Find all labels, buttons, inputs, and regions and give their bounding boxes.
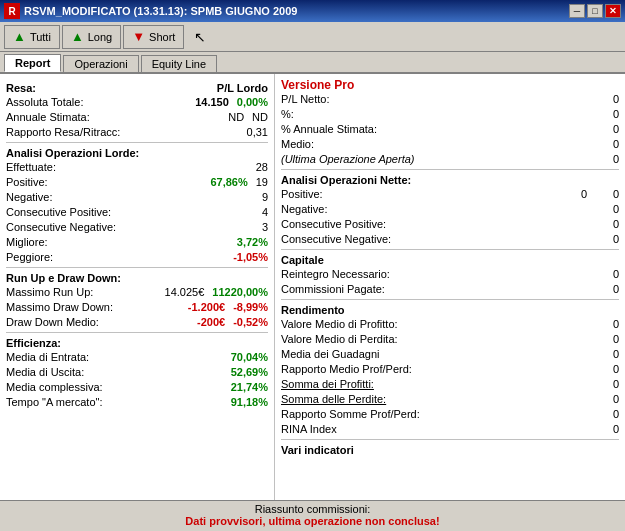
lorde-val-5: 3,72%	[237, 235, 268, 250]
capitale-val-1: 0	[599, 282, 619, 297]
rend-row-1: Valore Medio di Perdita: 0	[281, 332, 619, 347]
minimize-button[interactable]: ─	[569, 4, 585, 18]
eff-row-0: Media di Entrata: 70,04%	[6, 350, 268, 365]
rend-val-3: 0	[599, 362, 619, 377]
tab-report[interactable]: Report	[4, 54, 61, 72]
short-button[interactable]: ▼ Short	[123, 25, 184, 49]
tutti-button[interactable]: ▲ Tutti	[4, 25, 60, 49]
percent-row: %: 0	[281, 107, 619, 122]
rend-label-4: Somma dei Profitti:	[281, 377, 374, 392]
resa-label-2: Rapporto Resa/Ritracc:	[6, 125, 120, 140]
resa-val2-1: ND	[252, 110, 268, 125]
runup-label-2: Draw Down Medio:	[6, 315, 99, 330]
lorde-row-3: Consecutive Positive: 4	[6, 205, 268, 220]
vari-indicatori-header: Vari indicatori	[281, 444, 619, 456]
runup-values-1: -1.200€ -8,99%	[188, 300, 268, 315]
pl-netto-label: P/L Netto:	[281, 92, 330, 107]
rend-row-4: Somma dei Profitti: 0	[281, 377, 619, 392]
bottom-bar: Riassunto commissioni: Dati provvisori, …	[0, 500, 625, 529]
rend-val-5: 0	[599, 392, 619, 407]
runup-val2-1: -8,99%	[233, 300, 268, 315]
lorde-row-0: Effettuate: 28	[6, 160, 268, 175]
eff-val-2: 21,74%	[231, 380, 268, 395]
percent-val: 0	[599, 107, 619, 122]
right-panel: Versione Pro P/L Netto: 0 %: 0 % Annuale…	[275, 74, 625, 500]
lorde-row-6: Peggiore: -1,05%	[6, 250, 268, 265]
tab-bar: Report Operazioni Equity Line	[0, 52, 625, 74]
rend-row-3: Rapporto Medio Prof/Perd: 0	[281, 362, 619, 377]
capitale-row-0: Reintegro Necessario: 0	[281, 267, 619, 282]
medio-val: 0	[599, 137, 619, 152]
rend-label-1: Valore Medio di Perdita:	[281, 332, 398, 347]
nette-val-1: 0	[599, 202, 619, 217]
medio-label: Medio:	[281, 137, 314, 152]
lorde-val-6: -1,05%	[233, 250, 268, 265]
long-button[interactable]: ▲ Long	[62, 25, 121, 49]
resa-values-1: ND ND	[228, 110, 268, 125]
title-bar-controls: ─ □ ✕	[569, 4, 621, 18]
resa-val1-1: ND	[228, 110, 244, 125]
tab-operazioni[interactable]: Operazioni	[63, 55, 138, 72]
nette-val-2: 0	[599, 217, 619, 232]
rend-val-4: 0	[599, 377, 619, 392]
rendimento-header: Rendimento	[281, 304, 619, 316]
toolbar: ▲ Tutti ▲ Long ▼ Short ↖	[0, 22, 625, 52]
nette-row-1: Negative: 0	[281, 202, 619, 217]
nette-label-3: Consecutive Negative:	[281, 232, 391, 247]
analisi-lorde-header: Analisi Operazioni Lorde:	[6, 147, 268, 159]
nette-label-2: Consecutive Positive:	[281, 217, 386, 232]
eff-row-2: Media complessiva: 21,74%	[6, 380, 268, 395]
runup-row-0: Massimo Run Up: 14.025€ 11220,00%	[6, 285, 268, 300]
app-icon: R	[4, 3, 20, 19]
medio-row: Medio: 0	[281, 137, 619, 152]
runup-val2-0: 11220,00%	[212, 285, 268, 300]
rend-row-2: Media dei Guadagni 0	[281, 347, 619, 362]
tutti-icon: ▲	[13, 29, 26, 44]
rend-val-6: 0	[599, 407, 619, 422]
content-area: Resa: P/L Lordo Assoluta Totale: 14.150 …	[0, 74, 625, 529]
pl-netto-val: 0	[599, 92, 619, 107]
eff-val-0: 70,04%	[231, 350, 268, 365]
runup-values-2: -200€ -0,52%	[197, 315, 268, 330]
rend-label-3: Rapporto Medio Prof/Perd:	[281, 362, 412, 377]
bottom-line1: Riassunto commissioni:	[6, 503, 619, 515]
capitale-val-0: 0	[599, 267, 619, 282]
short-icon: ▼	[132, 29, 145, 44]
lorde-val-2: 9	[262, 190, 268, 205]
nette-label-1: Negative:	[281, 202, 327, 217]
lorde-val-3: 4	[262, 205, 268, 220]
tutti-label: Tutti	[30, 31, 51, 43]
lorde-val2-1: 19	[256, 175, 268, 190]
nette-row-0: Positive: 0 0	[281, 187, 619, 202]
ultima-op-row: (Ultima Operazione Aperta) 0	[281, 152, 619, 167]
lorde-val-4: 3	[262, 220, 268, 235]
resa-val2-0: 0,00%	[237, 95, 268, 110]
resa-val2-2: 0,31	[247, 125, 268, 140]
rend-val-0: 0	[599, 317, 619, 332]
title-text: RSVM_MODIFICATO (13.31.13): SPMB GIUGNO …	[24, 5, 297, 17]
runup-val2-2: -0,52%	[233, 315, 268, 330]
maximize-button[interactable]: □	[587, 4, 603, 18]
lorde-row-5: Migliore: 3,72%	[6, 235, 268, 250]
pl-netto-row: P/L Netto: 0	[281, 92, 619, 107]
resa-header: Resa: P/L Lordo	[6, 82, 268, 94]
eff-label-3: Tempo "A mercato":	[6, 395, 102, 410]
lorde-val1-1: 67,86%	[210, 175, 247, 190]
nette-row-3: Consecutive Negative: 0	[281, 232, 619, 247]
close-button[interactable]: ✕	[605, 4, 621, 18]
lorde-row-2: Negative: 9	[6, 190, 268, 205]
runup-header: Run Up e Draw Down:	[6, 272, 268, 284]
nette-row-2: Consecutive Positive: 0	[281, 217, 619, 232]
lorde-label-0: Effettuate:	[6, 160, 56, 175]
rend-val-2: 0	[599, 347, 619, 362]
ultima-op-val: 0	[599, 152, 619, 167]
tab-equity-line[interactable]: Equity Line	[141, 55, 217, 72]
capitale-label-0: Reintegro Necessario:	[281, 267, 390, 282]
resa-values-2: 0,31	[239, 125, 268, 140]
runup-label-1: Massimo Draw Down:	[6, 300, 113, 315]
versione-pro-label: Versione Pro	[281, 78, 619, 92]
runup-row-1: Massimo Draw Down: -1.200€ -8,99%	[6, 300, 268, 315]
eff-row-3: Tempo "A mercato": 91,18%	[6, 395, 268, 410]
resa-row-1: Annuale Stimata: ND ND	[6, 110, 268, 125]
lorde-row-1: Positive: 67,86% 19	[6, 175, 268, 190]
